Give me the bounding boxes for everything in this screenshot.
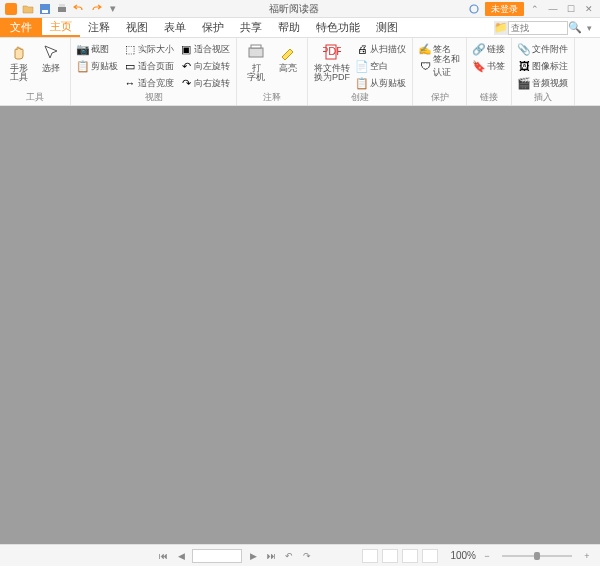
login-button[interactable]: 未登录 (485, 2, 524, 16)
svg-text:PDF: PDF (323, 45, 341, 57)
app-logo-icon (4, 2, 18, 16)
fit-width-button[interactable]: ↔适合宽度 (122, 75, 176, 91)
select-tool-button[interactable]: 选择 (36, 40, 66, 91)
last-page-button[interactable]: ⏭ (264, 549, 278, 563)
typewriter-button[interactable]: 打 字机 (241, 40, 271, 91)
tab-measure[interactable]: 测图 (368, 18, 406, 37)
clipboard-icon: 📋 (77, 60, 89, 72)
zoom-slider[interactable] (502, 555, 572, 557)
svg-rect-2 (42, 10, 48, 13)
from-clipboard-button[interactable]: 📋从剪贴板 (354, 75, 408, 91)
blank-button[interactable]: 📄空白 (354, 58, 408, 74)
hand-icon (9, 42, 29, 62)
next-page-button[interactable]: ▶ (246, 549, 260, 563)
redo-icon[interactable] (89, 2, 103, 16)
svg-rect-3 (58, 7, 66, 12)
save-icon[interactable] (38, 2, 52, 16)
view-mode-3-button[interactable] (402, 549, 418, 563)
tab-home[interactable]: 主页 (42, 18, 80, 37)
pdf-icon: PDF (322, 42, 342, 62)
qat-dropdown-icon[interactable]: ▾ (106, 2, 120, 16)
nav-back-button[interactable]: ↶ (282, 549, 296, 563)
fit-visible-button[interactable]: ▣适合视区 (178, 41, 232, 57)
ribbon-toggle-icon[interactable]: ⌃ (528, 2, 542, 16)
clipboard-icon: 📋 (356, 77, 368, 89)
group-protect: ✍签名 🛡签名和 认证 保护 (413, 38, 467, 105)
zoom-in-button[interactable]: + (580, 549, 594, 563)
scanner-icon: 🖨 (356, 43, 368, 55)
av-button[interactable]: 🎬音频视频 (516, 75, 570, 91)
svg-point-5 (470, 5, 478, 13)
group-view: 📷截图 📋剪贴板 ⬚实际大小 ▭适合页面 ↔适合宽度 ▣适合视区 ↶向左旋转 ↷… (71, 38, 237, 105)
media-icon: 🎬 (518, 77, 530, 89)
zoom-thumb[interactable] (534, 552, 540, 560)
fit-page-icon: ▭ (124, 60, 136, 72)
undo-icon[interactable] (72, 2, 86, 16)
ribbon: 手形 工具 选择 工具 📷截图 📋剪贴板 ⬚实际大小 ▭适合页面 ↔适合宽度 ▣… (0, 38, 600, 106)
ribbon-tabs: 文件 主页 注释 视图 表单 保护 共享 帮助 特色功能 测图 📁 🔍 ▾ (0, 18, 600, 38)
maximize-button[interactable]: ☐ (564, 2, 578, 16)
sign-icon: ✍ (419, 43, 431, 55)
tab-extras[interactable]: 特色功能 (308, 18, 368, 37)
sync-icon[interactable] (467, 2, 481, 16)
minimize-button[interactable]: — (546, 2, 560, 16)
zoom-out-button[interactable]: − (480, 549, 494, 563)
highlight-icon (278, 42, 298, 62)
tab-form[interactable]: 表单 (156, 18, 194, 37)
typewriter-icon (246, 42, 266, 62)
quick-access-toolbar: ▾ (4, 2, 120, 16)
view-mode-1-button[interactable] (362, 549, 378, 563)
link-button[interactable]: 🔗链接 (471, 41, 507, 57)
nav-fwd-button[interactable]: ↷ (300, 549, 314, 563)
tab-share[interactable]: 共享 (232, 18, 270, 37)
statusbar: ⏮ ◀ ▶ ⏭ ↶ ↷ 100% − + (0, 544, 600, 566)
search-input[interactable] (508, 21, 568, 35)
hand-tool-button[interactable]: 手形 工具 (4, 40, 34, 91)
select-icon (41, 42, 61, 62)
tab-view[interactable]: 视图 (118, 18, 156, 37)
print-icon[interactable] (55, 2, 69, 16)
first-page-button[interactable]: ⏮ (156, 549, 170, 563)
fit-visible-icon: ▣ (180, 43, 192, 55)
open-icon[interactable] (21, 2, 35, 16)
actual-size-button[interactable]: ⬚实际大小 (122, 41, 176, 57)
view-mode-4-button[interactable] (422, 549, 438, 563)
attach-button[interactable]: 📎文件附件 (516, 41, 570, 57)
actual-size-icon: ⬚ (124, 43, 136, 55)
group-create: PDF 将文件转 换为PDF 🖨从扫描仪 📄空白 📋从剪贴板 创建 (308, 38, 413, 105)
secure-button[interactable]: 🛡签名和 认证 (417, 58, 462, 74)
snapshot-button[interactable]: 📷截图 (75, 41, 120, 57)
rotate-right-icon: ↷ (180, 77, 192, 89)
search-icon[interactable]: 🔍 (568, 21, 582, 35)
image-annot-button[interactable]: 🖼图像标注 (516, 58, 570, 74)
close-button[interactable]: ✕ (582, 2, 596, 16)
page-input[interactable] (192, 549, 242, 563)
svg-rect-6 (249, 48, 263, 57)
from-scanner-button[interactable]: 🖨从扫描仪 (354, 41, 408, 57)
tab-comment[interactable]: 注释 (80, 18, 118, 37)
shield-icon: 🛡 (419, 60, 431, 72)
group-tools: 手形 工具 选择 工具 (0, 38, 71, 105)
prev-page-button[interactable]: ◀ (174, 549, 188, 563)
fit-page-button[interactable]: ▭适合页面 (122, 58, 176, 74)
tab-protect[interactable]: 保护 (194, 18, 232, 37)
tab-help[interactable]: 帮助 (270, 18, 308, 37)
clipboard-button[interactable]: 📋剪贴板 (75, 58, 120, 74)
rotate-right-button[interactable]: ↷向右旋转 (178, 75, 232, 91)
svg-rect-7 (251, 45, 261, 48)
rotate-left-button[interactable]: ↶向左旋转 (178, 58, 232, 74)
blank-icon: 📄 (356, 60, 368, 72)
bookmark-icon: 🔖 (473, 60, 485, 72)
highlight-button[interactable]: 高亮 (273, 40, 303, 91)
search-folder-icon: 📁 (494, 21, 508, 35)
group-insert: 📎文件附件 🖼图像标注 🎬音频视频 插入 (512, 38, 575, 105)
bookmark-button[interactable]: 🔖书签 (471, 58, 507, 74)
file-tab[interactable]: 文件 (0, 18, 42, 37)
document-area (0, 106, 600, 544)
search-dropdown-icon[interactable]: ▾ (582, 21, 596, 35)
svg-rect-4 (59, 4, 65, 7)
view-mode-2-button[interactable] (382, 549, 398, 563)
group-comment: 打 字机 高亮 注释 (237, 38, 308, 105)
convert-button[interactable]: PDF 将文件转 换为PDF (312, 40, 352, 91)
search-box: 📁 🔍 ▾ (494, 18, 596, 37)
